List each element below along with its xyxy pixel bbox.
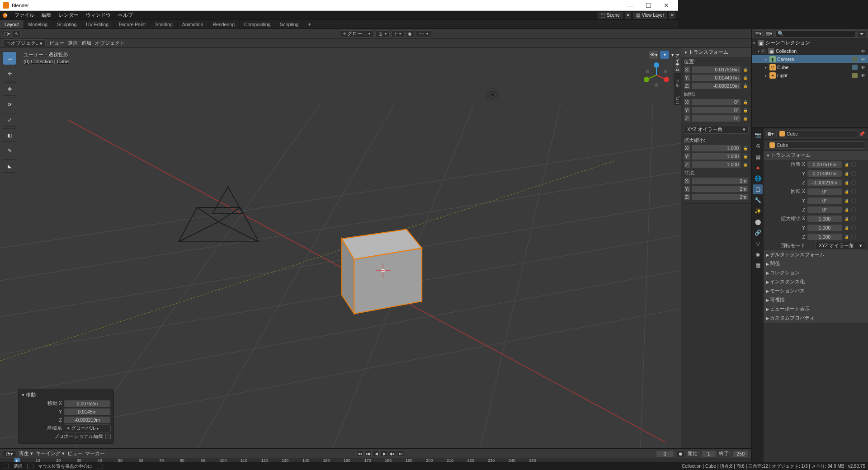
cursor-tool-icon[interactable]: ↖ (13, 30, 21, 38)
npanel-tabs: アイテム ツール ビュー (674, 48, 678, 120)
workspace-tabs: Layout Modeling Sculpting UV Editing Tex… (0, 20, 678, 29)
layers-icon: ▤ (636, 13, 640, 18)
scene-new[interactable]: ✕ (625, 12, 631, 19)
svg-line-7 (0, 160, 678, 281)
svg-point-33 (664, 77, 669, 82)
viewport-header-1: ⬚▾ ↖ ⌖グロー... ⊙ ⫯ ◉ 〰 (0, 29, 678, 39)
transform-orientation[interactable]: ⌖グロー... (340, 30, 373, 38)
tool-rotate[interactable]: ⟳ (3, 98, 16, 111)
viewlayer-selector[interactable]: ▤ View Layer (633, 12, 667, 19)
window-title: Blender (12, 3, 29, 8)
tool-scale[interactable]: ⤢ (3, 113, 16, 127)
tab-view[interactable]: ビュー (674, 89, 678, 105)
svg-line-12 (481, 104, 561, 367)
gizmo-toggle[interactable]: ✦ (660, 51, 669, 59)
menu-help[interactable]: ヘルプ (114, 11, 137, 19)
tool-transform[interactable]: ◧ (3, 128, 16, 142)
svg-line-6 (0, 295, 678, 367)
svg-point-2 (5, 14, 6, 15)
3d-viewport[interactable]: ▭ ✛ ✥ ⟳ ⤢ ◧ ✎ ◣ ユーザー・透視投影 (0) Collection… (0, 48, 678, 367)
svg-line-21 (219, 207, 241, 222)
viewport-header-2: □オブジェク.. ▾ ビュー 選択 追加 オブジェクト (0, 39, 678, 48)
workspace-add[interactable]: ＋ (303, 20, 316, 28)
blender-app-icon (3, 2, 9, 9)
object-mode-icon: □ (7, 41, 9, 46)
blender-logo-icon[interactable] (2, 12, 8, 19)
svg-line-4 (0, 223, 678, 355)
menu-window[interactable]: ウィンドウ (82, 11, 114, 19)
menu-edit[interactable]: 編集 (38, 11, 55, 19)
svg-point-35 (644, 77, 649, 82)
tab-rendering[interactable]: Rendering (208, 20, 240, 28)
tab-layout[interactable]: Layout (0, 20, 24, 28)
svg-line-8 (0, 132, 678, 248)
main-menu: ファイル 編集 レンダー ウィンドウ ヘルプ ⬚ Scene ✕ ▤ View … (0, 11, 678, 20)
editor-type-selector[interactable]: ⬚▾ (3, 30, 11, 38)
svg-point-40 (646, 70, 649, 73)
svg-point-37 (654, 62, 659, 68)
menu-render[interactable]: レンダー (55, 11, 82, 19)
menu-file[interactable]: ファイル (11, 11, 38, 19)
svg-line-3 (0, 192, 678, 317)
tab-sculpting[interactable]: Sculpting (52, 20, 81, 28)
tab-shading[interactable]: Shading (151, 20, 178, 28)
tab-animation[interactable]: Animation (178, 20, 208, 28)
svg-line-15 (0, 160, 616, 361)
tab-texture-paint[interactable]: Texture Paint (113, 20, 151, 28)
tool-cursor[interactable]: ✛ (3, 67, 16, 80)
object-mode-selector[interactable]: □オブジェク.. ▾ (4, 39, 46, 47)
tab-compositing[interactable]: Compositing (240, 20, 275, 28)
pivot-dropdown[interactable]: ⊙ (375, 30, 390, 38)
proportional-falloff[interactable]: 〰 (416, 30, 431, 38)
scene-icon: ⬚ (601, 13, 605, 18)
tool-select-box[interactable]: ▭ (3, 52, 16, 65)
scene-selector[interactable]: ⬚ Scene (598, 12, 623, 19)
tool-annotate[interactable]: ✎ (3, 144, 16, 157)
menu-select[interactable]: 選択 (68, 40, 78, 47)
minimize-button[interactable]: — (621, 0, 639, 11)
svg-point-38 (655, 83, 658, 87)
tab-modeling[interactable]: Modeling (24, 20, 53, 28)
menu-view[interactable]: ビュー (49, 40, 64, 47)
proportional-edit-toggle[interactable]: ◉ (406, 30, 414, 38)
axis-gizmo[interactable] (643, 61, 670, 89)
svg-line-18 (179, 222, 219, 242)
viewport-grid (0, 48, 678, 367)
tab-uv-editing[interactable]: UV Editing (81, 20, 113, 28)
svg-line-5 (0, 258, 678, 367)
menu-add[interactable]: 追加 (81, 40, 91, 47)
snap-dropdown[interactable]: ⫯ (392, 30, 404, 38)
svg-point-39 (664, 70, 667, 73)
close-button[interactable]: ✕ (657, 0, 675, 11)
svg-line-19 (219, 222, 259, 242)
tool-toolbar: ▭ ✛ ✥ ⟳ ⤢ ◧ ✎ ◣ (3, 52, 16, 173)
selectability-dropdown[interactable]: 👁▾ (649, 51, 658, 59)
tool-measure[interactable]: ◣ (3, 159, 16, 173)
viewlayer-new[interactable]: ✕ (669, 12, 675, 19)
menu-object[interactable]: オブジェクト (95, 40, 125, 47)
svg-line-13 (641, 104, 653, 367)
svg-marker-17 (179, 207, 259, 242)
svg-point-23 (491, 94, 494, 96)
tool-move[interactable]: ✥ (3, 82, 16, 96)
maximize-button[interactable]: ☐ (639, 0, 657, 11)
orientation-icon: ⌖ (343, 31, 346, 37)
tab-scripting[interactable]: Scripting (275, 20, 303, 28)
tab-item[interactable]: アイテム (674, 48, 678, 72)
viewport-overlay-info: ユーザー・透視投影 (0) Collection | Cube (24, 52, 69, 65)
tab-tool[interactable]: ツール (674, 73, 678, 89)
os-titlebar: Blender — ☐ ✕ (0, 0, 678, 11)
